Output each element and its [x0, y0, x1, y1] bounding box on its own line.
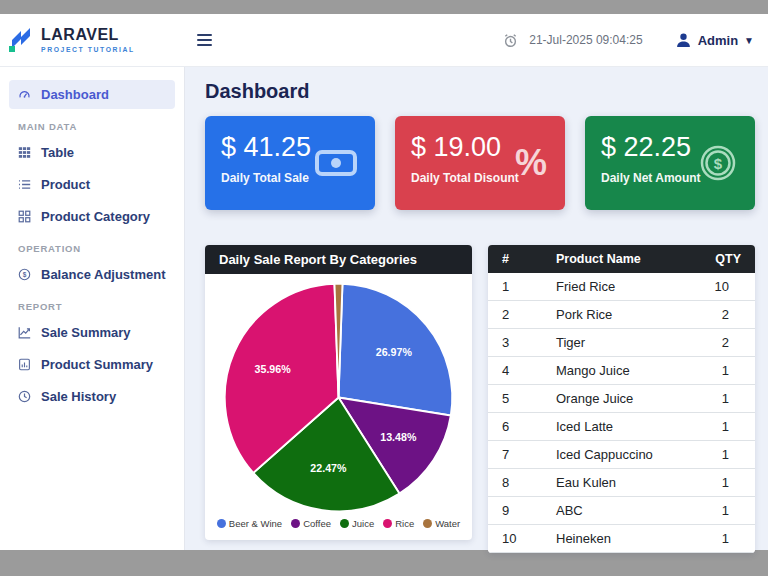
table-row: 1Fried Rice10 — [488, 273, 755, 301]
chart-legend: Beer & WineCoffeeJuiceRiceWater — [217, 516, 460, 533]
legend-label: Juice — [352, 518, 374, 529]
cell-index: 9 — [488, 497, 546, 525]
cell-index: 4 — [488, 357, 546, 385]
sidebar-item-label: Balance Adjustment — [41, 267, 166, 282]
card-daily-total-discount: $ 19.00 Daily Total Disount % — [395, 116, 565, 210]
svg-text:$: $ — [23, 271, 27, 279]
cell-index: 3 — [488, 329, 546, 357]
sidebar-item-label: Product Category — [41, 209, 150, 224]
datetime-display: 21-Jul-2025 09:04:25 — [529, 33, 642, 47]
sidebar-section-main-data: MAIN DATA — [0, 112, 184, 137]
cell-index: 8 — [488, 469, 546, 497]
cell-product-name: Iced Latte — [546, 413, 671, 441]
cell-index: 5 — [488, 385, 546, 413]
sidebar-item-label: Sale Summary — [41, 325, 131, 340]
sidebar-item-product-category[interactable]: Product Category — [9, 202, 175, 231]
chevron-down-icon: ▼ — [744, 35, 754, 46]
sale-report-panel: Daily Sale Report By Categories 26.97%13… — [205, 245, 472, 540]
header-right: 21-Jul-2025 09:04:25 Admin ▼ — [503, 32, 768, 49]
menu-toggle-icon[interactable] — [193, 30, 216, 50]
table-row: 8Eau Kulen1 — [488, 469, 755, 497]
list-icon — [18, 178, 31, 191]
cell-product-name: Fried Rice — [546, 273, 671, 301]
chart-doc-icon — [18, 358, 31, 371]
table-row: 3Tiger2 — [488, 329, 755, 357]
money-bill-icon — [315, 148, 357, 178]
cell-index: 10 — [488, 525, 546, 553]
legend-item-water[interactable]: Water — [423, 518, 460, 529]
cell-qty: 1 — [671, 441, 755, 469]
sidebar-item-product-summary[interactable]: Product Summary — [9, 350, 175, 379]
legend-item-juice[interactable]: Juice — [340, 518, 374, 529]
cell-product-name: Iced Cappuccino — [546, 441, 671, 469]
percent-icon: % — [515, 142, 547, 184]
cell-index: 6 — [488, 413, 546, 441]
user-icon — [675, 32, 692, 49]
sidebar-section-report: REPORT — [0, 292, 184, 317]
cell-qty: 1 — [671, 469, 755, 497]
legend-label: Rice — [395, 518, 414, 529]
cell-index: 7 — [488, 441, 546, 469]
sale-report-panel-title: Daily Sale Report By Categories — [205, 245, 472, 274]
pie-slice-label: 13.48% — [380, 431, 417, 443]
table-row: 10Heineken1 — [488, 525, 755, 553]
dollar-circle-icon: $ — [18, 268, 31, 281]
col-header-product-name: Product Name — [546, 245, 671, 273]
legend-item-beer-wine[interactable]: Beer & Wine — [217, 518, 282, 529]
cell-qty: 1 — [671, 525, 755, 553]
legend-dot — [217, 519, 226, 528]
cell-product-name: Eau Kulen — [546, 469, 671, 497]
category-grid-icon — [18, 210, 31, 223]
table-row: 4Mango Juice1 — [488, 357, 755, 385]
pie-slice-label: 22.47% — [310, 462, 347, 474]
dollar-coin-icon: $ — [699, 144, 737, 182]
cell-product-name: Pork Rice — [546, 301, 671, 329]
legend-dot — [291, 519, 300, 528]
table-row: 5Orange Juice1 — [488, 385, 755, 413]
sidebar-item-sale-history[interactable]: Sale History — [9, 382, 175, 411]
cell-qty: 1 — [671, 497, 755, 525]
admin-menu[interactable]: Admin ▼ — [675, 32, 754, 49]
cell-index: 1 — [488, 273, 546, 301]
sidebar-item-dashboard[interactable]: Dashboard — [9, 80, 175, 109]
table-header-row: # Product Name QTY — [488, 245, 755, 273]
col-header-index: # — [488, 245, 546, 273]
content-row: Daily Sale Report By Categories 26.97%13… — [205, 245, 755, 553]
pie-slice-label: 26.97% — [376, 346, 413, 358]
chart-line-icon — [18, 326, 31, 339]
legend-item-rice[interactable]: Rice — [383, 518, 414, 529]
logo-subtitle: PROJECT TUTORIAL — [41, 46, 135, 53]
cell-product-name: ABC — [546, 497, 671, 525]
main-content: Dashboard $ 41.25 Daily Total Sale $ 19.… — [185, 67, 768, 550]
clock-icon — [18, 390, 31, 403]
sidebar-item-label: Table — [41, 145, 74, 160]
legend-item-coffee[interactable]: Coffee — [291, 518, 331, 529]
alarm-clock-icon — [503, 33, 518, 48]
product-qty-table: # Product Name QTY 1Fried Rice102Pork Ri… — [488, 245, 755, 553]
cell-qty: 2 — [671, 329, 755, 357]
sidebar-item-sale-summary[interactable]: Sale Summary — [9, 318, 175, 347]
top-header: LARAVEL PROJECT TUTORIAL 21-Jul-2025 09:… — [0, 14, 768, 67]
cell-index: 2 — [488, 301, 546, 329]
sidebar-item-product[interactable]: Product — [9, 170, 175, 199]
legend-label: Coffee — [303, 518, 331, 529]
logo[interactable]: LARAVEL PROJECT TUTORIAL — [0, 24, 185, 56]
stat-cards-row: $ 41.25 Daily Total Sale $ 19.00 Daily T… — [205, 116, 755, 210]
sidebar-item-balance-adjustment[interactable]: $Balance Adjustment — [9, 260, 175, 289]
page-title: Dashboard — [205, 80, 755, 103]
sidebar-section-operation: OPERATION — [0, 234, 184, 259]
pie-chart: 26.97%13.48%22.47%35.96% Beer & WineCoff… — [205, 274, 472, 540]
sidebar-item-label: Sale History — [41, 389, 116, 404]
table-row: 7Iced Cappuccino1 — [488, 441, 755, 469]
cell-qty: 10 — [671, 273, 755, 301]
legend-dot — [340, 519, 349, 528]
sidebar-item-label: Product — [41, 177, 90, 192]
sidebar-nav: DashboardMAIN DATATableProductProduct Ca… — [0, 67, 185, 550]
sidebar-item-table[interactable]: Table — [9, 138, 175, 167]
cell-product-name: Heineken — [546, 525, 671, 553]
legend-dot — [383, 519, 392, 528]
legend-label: Water — [435, 518, 460, 529]
pie-slice-label: 35.96% — [255, 363, 292, 375]
app-window: LARAVEL PROJECT TUTORIAL 21-Jul-2025 09:… — [0, 14, 768, 550]
legend-label: Beer & Wine — [229, 518, 282, 529]
